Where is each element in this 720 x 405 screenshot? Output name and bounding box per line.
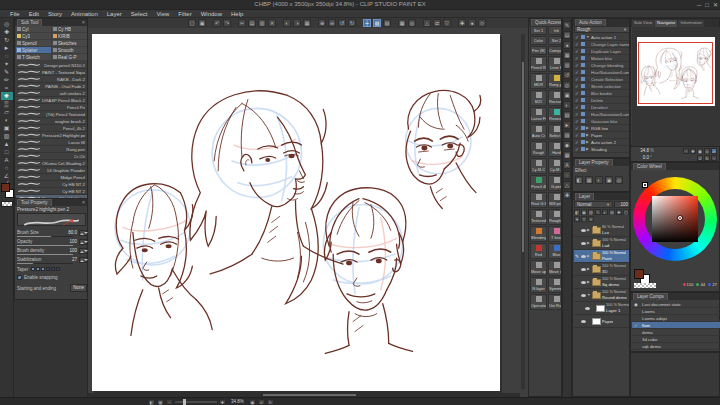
rotate-right-icon[interactable]: ↻ xyxy=(267,399,274,405)
quick-access-item[interactable]: Will pen 2 xyxy=(548,192,562,208)
close-button[interactable]: ✕ xyxy=(713,0,718,10)
quick-access-item[interactable]: MDR xyxy=(530,73,547,89)
cut-icon[interactable]: ✂ xyxy=(238,19,246,27)
frame-border-tool-icon[interactable]: □ xyxy=(1,148,13,156)
expand-icon[interactable]: ▼ xyxy=(586,35,590,39)
wand-tool-icon[interactable]: ✦ xyxy=(1,60,13,68)
operation-tool-icon[interactable]: ► xyxy=(1,44,13,52)
fill-tool-icon[interactable]: ▣ xyxy=(1,124,13,132)
delete-layer-icon[interactable]: ✕ xyxy=(588,216,594,222)
zoom-out-icon[interactable]: − xyxy=(166,399,173,405)
menu-item[interactable]: Edit xyxy=(29,10,39,18)
delete-icon[interactable]: ✕ xyxy=(268,19,276,27)
brush-list-item[interactable]: Pencil_4k 2 xyxy=(16,125,87,132)
quick-access-item[interactable]: Real G-Pe xyxy=(530,192,547,208)
slider-spinner[interactable] xyxy=(79,239,87,245)
nav-rotate-right-icon[interactable]: ↻ xyxy=(704,155,710,161)
canvas-vertical-scrollbar[interactable] xyxy=(521,34,525,389)
gradient-tool-icon[interactable]: ▥ xyxy=(1,132,13,140)
comp-state-icon[interactable]: ◉ xyxy=(634,302,640,307)
quick-access-item[interactable]: Pencil 4k xyxy=(530,175,547,191)
brush-list-item[interactable]: PAINT - Textured Square 2 xyxy=(16,69,87,76)
blend-tool-icon[interactable]: ◐ xyxy=(1,116,13,124)
foreground-color-swatch[interactable] xyxy=(1,183,10,192)
dock-material-icon[interactable]: ◎ xyxy=(563,81,571,89)
quick-access-item[interactable]: Select L xyxy=(548,124,562,140)
brush-tool-icon[interactable]: ≈ xyxy=(1,84,13,92)
quick-access-item[interactable]: Liner H xyxy=(548,56,562,72)
sub-tool-preset[interactable]: Cy HB xyxy=(52,26,87,32)
layer-palette-icon[interactable]: ▤ xyxy=(609,209,615,215)
quick-access-item[interactable]: Ink xyxy=(548,26,562,35)
property-slider[interactable]: Brush Size 80.0 xyxy=(17,229,87,238)
quick-access-item[interactable]: Rectangle xyxy=(548,90,562,106)
invert-selection-icon[interactable]: ◑ xyxy=(293,19,301,27)
dock-item-icon[interactable]: ◐ xyxy=(563,101,571,109)
tool-property-tab[interactable]: Tool Property xyxy=(17,199,52,206)
deselect-icon[interactable]: ◐ xyxy=(283,19,291,27)
navigator-tab[interactable]: Information xyxy=(678,20,704,27)
dock-action-icon[interactable]: ► xyxy=(563,121,571,129)
brush-list-item[interactable]: Cy HB NT 2 xyxy=(16,188,87,195)
viewport-rectangle[interactable] xyxy=(638,42,713,104)
auto-action-item[interactable]: ✓ ▶ RGB line xyxy=(574,125,630,132)
rotate-left-icon[interactable]: ↺ xyxy=(258,399,265,405)
quick-access-item[interactable]: Move dow xyxy=(548,260,562,276)
color-wheel[interactable] xyxy=(632,172,718,268)
property-slider[interactable]: Stabilization 27 xyxy=(17,256,87,265)
layer-mask-icon[interactable]: ◐ xyxy=(602,209,608,215)
expand-icon[interactable]: ▶ xyxy=(586,126,590,130)
quick-access-item[interactable]: Cy-M-T xyxy=(548,158,562,174)
dock-misc-icon[interactable]: ✚ xyxy=(563,191,571,199)
snap-ruler-icon[interactable]: ┼ xyxy=(363,19,371,27)
auto-action-item[interactable]: ✓ Change blending xyxy=(574,62,630,69)
visibility-eye-icon[interactable] xyxy=(581,229,586,232)
menu-item[interactable]: Animation xyxy=(71,10,98,18)
flip-icon[interactable]: ⇄ xyxy=(433,19,441,27)
quick-access-item[interactable]: Lasso Fil xyxy=(530,107,547,123)
navigator-tab[interactable]: Sub View xyxy=(632,20,654,27)
auto-action-item[interactable]: ✓ ▶ Shading xyxy=(574,146,630,153)
layer-row[interactable]: Paper xyxy=(574,315,630,328)
dock-brush-size-icon[interactable]: ● xyxy=(563,41,571,49)
quick-access-tab[interactable]: Quick Access xyxy=(531,19,562,26)
transfer-layer-icon[interactable]: ▼ xyxy=(574,216,580,222)
layer-row[interactable]: 100 % Normal Layer 1 xyxy=(574,302,630,315)
brush-list-item[interactable]: soft strokes 2 xyxy=(16,90,87,97)
brush-list-item[interactable]: Midge Pencil xyxy=(16,174,87,181)
layer-draft-icon[interactable]: ✎ xyxy=(595,209,601,215)
sv-cursor[interactable] xyxy=(678,216,682,220)
redo-icon[interactable]: ↷ xyxy=(223,19,231,27)
grid-icon[interactable]: ▩ xyxy=(398,19,406,27)
brush-list-item[interactable]: Pressure2 Highlight pen (R) xyxy=(16,132,87,139)
navigator-view[interactable] xyxy=(632,27,720,146)
quick-access-item[interactable]: Color xyxy=(530,36,547,45)
auto-action-item[interactable]: ✓ ▶ Auto action 2 xyxy=(574,139,630,146)
dock-info-icon[interactable]: ▣ xyxy=(563,91,571,99)
vertical-scroll-thumb[interactable] xyxy=(522,62,524,252)
menu-item[interactable]: Select xyxy=(131,10,148,18)
brush-list-item[interactable]: Design pencil N150 2 xyxy=(16,62,87,69)
navigator-tab[interactable]: Navigator xyxy=(655,20,677,27)
dock-3d-icon[interactable]: ◆ xyxy=(563,141,571,149)
brush-list-item[interactable]: Rong pen xyxy=(16,146,87,153)
quick-access-item[interactable]: Set 2 xyxy=(548,36,562,45)
rotate-right-icon[interactable]: ↻ xyxy=(348,19,356,27)
move-tool-icon[interactable]: ✚ xyxy=(1,28,13,36)
nav-flip-icon[interactable]: ⇄ xyxy=(711,148,717,154)
layer-comp-item[interactable]: Looms xyxy=(632,308,720,315)
quick-access-item[interactable]: Rough xyxy=(530,141,547,157)
undo-icon[interactable]: ↶ xyxy=(213,19,221,27)
visibility-eye-icon[interactable] xyxy=(581,255,586,258)
menu-item[interactable]: View xyxy=(156,10,169,18)
quick-access-item[interactable]: Pen (B) xyxy=(530,46,547,55)
reference-layer-icon[interactable]: ◎ xyxy=(615,176,623,184)
sub-tool-preset[interactable]: Splatter xyxy=(16,47,51,53)
new-folder-icon[interactable]: ▢ xyxy=(623,209,629,215)
sub-tool-preset[interactable]: T-Sketch xyxy=(16,54,51,60)
decoration-tool-icon[interactable]: ❖ xyxy=(1,92,13,100)
zoom-in-icon[interactable]: ✚ xyxy=(219,399,226,405)
quick-access-item[interactable]: Hard xyxy=(548,141,562,157)
layer-color-icon[interactable]: ◐ xyxy=(595,176,603,184)
layer-opacity-field[interactable]: 100 xyxy=(614,201,630,208)
